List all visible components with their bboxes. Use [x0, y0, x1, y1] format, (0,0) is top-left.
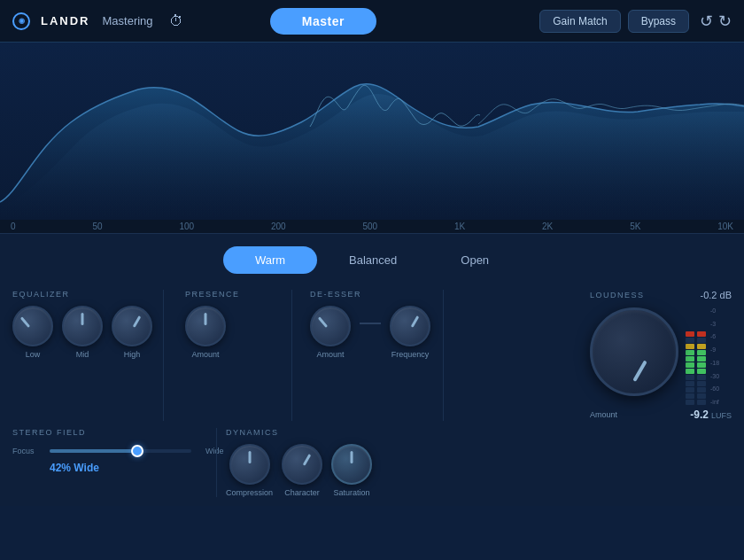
topbar: ◉ LANDR Mastering ⏱ Master Gain Match By…	[0, 0, 744, 43]
stereo-slider[interactable]	[50, 444, 191, 458]
deesser-frequency-label: Frequency	[391, 350, 430, 359]
presence-amount-container: Amount	[185, 306, 226, 359]
stereo-field-section: STEREO FIELD Focus Wide 42% Wide	[12, 428, 207, 474]
eq-mid-knob[interactable]	[62, 306, 103, 346]
slider-fill	[50, 449, 137, 453]
vu-label-3: -3	[710, 321, 719, 327]
vu-label-60: -60	[710, 385, 719, 392]
presence-label: PRESENCE	[185, 290, 240, 299]
vu-label-0: -0	[710, 307, 719, 314]
undo-button[interactable]: ↺	[700, 12, 713, 31]
freq-label-10k: 10K	[717, 222, 733, 231]
divider-2	[291, 290, 292, 421]
presence-knobs: Amount	[185, 306, 226, 359]
wide-value: 42% Wide	[50, 462, 99, 474]
stereo-field-label: STEREO FIELD	[12, 428, 86, 437]
deesser-knobs: Amount Frequency	[310, 306, 430, 359]
deesser-frequency-knob[interactable]	[390, 306, 430, 346]
presence-section: PRESENCE Amount	[185, 290, 283, 421]
character-label: Character	[284, 488, 320, 497]
bypass-button[interactable]: Bypass	[628, 10, 689, 33]
presence-amount-knob[interactable]	[185, 306, 226, 346]
deesser-amount-container: Amount	[310, 306, 351, 359]
slider-track	[50, 449, 191, 453]
history-icon[interactable]: ⏱	[169, 13, 183, 29]
deesser-section: DE-ESSER Amount Frequency	[310, 290, 434, 421]
divider-3	[443, 290, 444, 421]
eq-high-container: High	[112, 306, 152, 359]
loudness-db-value: -0.2 dB	[701, 290, 732, 300]
eq-high-knob[interactable]	[112, 306, 152, 346]
eq-high-label: High	[124, 350, 141, 359]
eq-mid-label: Mid	[76, 350, 89, 359]
logo-text: LANDR	[41, 14, 90, 27]
dynamics-label: DYNAMICS	[226, 428, 279, 437]
undo-redo-group: ↺ ↻	[700, 12, 732, 31]
freq-label-5k: 5K	[630, 222, 640, 231]
freq-label-50: 50	[92, 222, 102, 231]
saturation-knob[interactable]	[331, 444, 372, 485]
logo-icon: ◉	[12, 12, 30, 30]
freq-label-100: 100	[179, 222, 194, 231]
compression-knob[interactable]	[229, 444, 270, 485]
divider-4	[216, 428, 217, 497]
compression-container: Compression	[226, 444, 273, 497]
deesser-frequency-container: Frequency	[390, 306, 430, 359]
equalizer-label: EQUALIZER	[12, 290, 70, 299]
loudness-amount-label: Amount	[590, 410, 617, 419]
vu-label-inf: -inf	[710, 399, 719, 405]
freq-label-1k: 1K	[454, 222, 465, 231]
mastering-text: Mastering	[103, 14, 153, 27]
saturation-label: Saturation	[334, 488, 370, 497]
lufs-value: -9.2	[690, 408, 709, 421]
stereo-slider-row: Focus Wide	[12, 444, 224, 458]
style-open-button[interactable]: Open	[429, 246, 521, 274]
equalizer-knobs: Low Mid High	[12, 306, 152, 359]
loudness-section: LOUDNESS -0.2 dB	[590, 290, 732, 421]
waveform-display	[0, 43, 744, 220]
freq-label-2k: 2K	[542, 222, 553, 231]
loudness-amount-knob[interactable]	[590, 307, 678, 396]
wide-label: Wide	[205, 447, 224, 455]
deesser-amount-label: Amount	[316, 350, 344, 359]
focus-label: Focus	[12, 447, 39, 455]
deesser-label: DE-ESSER	[310, 290, 361, 299]
freq-label-0: 0	[11, 222, 16, 231]
loudness-label: LOUDNESS	[590, 291, 645, 299]
divider-1	[163, 290, 164, 421]
deesser-amount-knob[interactable]	[310, 306, 351, 346]
eq-low-container: Low	[12, 306, 53, 359]
dynamics-section: DYNAMICS Compression Character Saturatio…	[226, 428, 403, 497]
saturation-container: Saturation	[331, 444, 372, 497]
master-button[interactable]: Master	[270, 8, 376, 35]
freq-label-500: 500	[362, 222, 377, 231]
dynamics-knobs: Compression Character Saturation	[226, 444, 372, 497]
gain-match-button[interactable]: Gain Match	[539, 10, 620, 33]
deesser-link-line	[360, 323, 381, 324]
vu-label-30: -30	[710, 373, 719, 379]
vu-label-6: -6	[710, 333, 719, 339]
character-container: Character	[282, 444, 322, 497]
style-balanced-button[interactable]: Balanced	[317, 246, 429, 274]
character-knob[interactable]	[282, 444, 322, 485]
equalizer-section: EQUALIZER Low Mid High	[12, 290, 154, 421]
controls-row-1: EQUALIZER Low Mid High PRESENCE	[0, 283, 744, 421]
slider-thumb[interactable]	[131, 445, 143, 457]
right-buttons: Gain Match Bypass	[539, 10, 689, 33]
freq-label-200: 200	[271, 222, 286, 231]
style-warm-button[interactable]: Warm	[223, 246, 317, 274]
redo-button[interactable]: ↻	[718, 12, 732, 31]
compression-label: Compression	[226, 488, 273, 497]
controls-row-2: STEREO FIELD Focus Wide 42% Wide DYNAMIC…	[0, 421, 744, 506]
eq-mid-container: Mid	[62, 306, 103, 359]
eq-low-knob[interactable]	[12, 306, 53, 346]
vu-label-18: -18	[710, 360, 719, 366]
eq-low-label: Low	[26, 350, 41, 359]
presence-amount-label: Amount	[191, 350, 219, 359]
lufs-unit: LUFS	[711, 411, 732, 420]
frequency-labels: 0 50 100 200 500 1K 2K 5K 10K	[0, 220, 744, 234]
style-selector: Warm Balanced Open	[0, 234, 744, 283]
vu-label-9: -9	[710, 346, 719, 353]
